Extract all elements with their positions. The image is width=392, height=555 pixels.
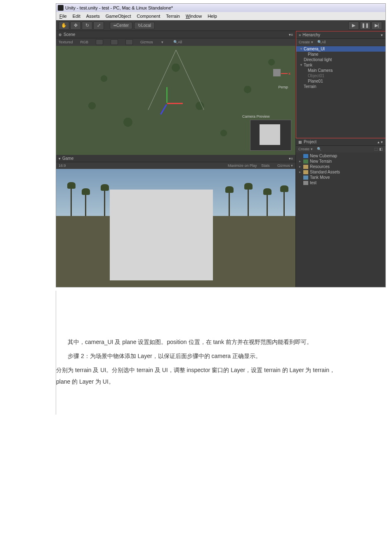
tree-render bbox=[229, 191, 230, 216]
menu-window[interactable]: Window bbox=[186, 14, 202, 19]
hierarchy-item-object01[interactable]: Object01 bbox=[296, 73, 385, 78]
camera-preview: Camera Preview bbox=[250, 120, 291, 151]
camera-preview-render bbox=[260, 124, 280, 145]
game-tab-label: Game bbox=[62, 156, 73, 161]
project-list: New Cubemap ▸New Terrain ▸Resources ▸Sta… bbox=[296, 152, 385, 287]
project-item-new-terrain[interactable]: ▸New Terrain bbox=[296, 159, 385, 164]
tab-menu-icon[interactable]: ▾≡ bbox=[289, 33, 293, 37]
hand-tool-button[interactable]: ✋ bbox=[59, 21, 69, 30]
tree-render bbox=[283, 190, 285, 216]
main-toolbar: ✋ ✥ ↻ ⤢ ▪▪ Center ↻ Local ▶ ❚❚ ▶| bbox=[56, 20, 385, 31]
left-column: ⊕ Scene ▾≡ Textured RGB Gizmos ▾ 🔍All bbox=[56, 31, 295, 287]
right-column: ≡ Hierarchy ▾ Create ▾ 🔍All ▼Camera_UI P… bbox=[295, 31, 385, 287]
gizmo-y-axis[interactable] bbox=[166, 87, 168, 103]
scene-gizmos-dropdown[interactable]: Gizmos ▾ bbox=[140, 40, 163, 44]
game-gizmos-dropdown[interactable]: Gizmos ▾ bbox=[274, 164, 293, 168]
menu-gameobject[interactable]: GameObject bbox=[106, 14, 131, 19]
tree-render bbox=[85, 193, 86, 216]
orientation-gizmo[interactable]: x bbox=[267, 62, 287, 83]
hierarchy-item-tank[interactable]: ▼Tank bbox=[296, 62, 385, 68]
tree-render bbox=[248, 188, 249, 216]
scene-tab-label: Scene bbox=[64, 32, 75, 37]
folder-icon bbox=[303, 165, 308, 169]
menu-file[interactable]: File bbox=[59, 14, 67, 19]
game-aspect-dropdown[interactable]: 16:9 bbox=[59, 164, 66, 168]
hierarchy-icon: ≡ bbox=[299, 33, 301, 37]
tab-menu-icon[interactable]: ▾ bbox=[381, 33, 383, 37]
move-tool-button[interactable]: ✥ bbox=[70, 21, 81, 30]
scene-file-icon bbox=[303, 181, 308, 185]
game-toolbar: 16:9 Maximize on Play Stats Gizmos ▾ bbox=[56, 162, 295, 169]
scene-shading-mode[interactable]: Textured bbox=[59, 40, 73, 44]
scene-view[interactable]: x Persp Camera Preview bbox=[56, 46, 295, 155]
project-item-new-cubemap[interactable]: New Cubemap bbox=[296, 153, 385, 159]
unity-editor-window: Unity - test.unity - test - PC, Mac & Li… bbox=[56, 3, 386, 287]
scene-2d-toggle[interactable] bbox=[96, 39, 103, 45]
tab-menu-icon[interactable]: ▾≡ bbox=[289, 157, 293, 161]
hierarchy-item-plane01[interactable]: Plane01 bbox=[296, 78, 385, 84]
pause-button[interactable]: ❚❚ bbox=[360, 21, 371, 30]
stats-toggle[interactable]: Stats bbox=[261, 164, 270, 168]
pivot-local-button[interactable]: ↻ Local bbox=[134, 22, 155, 29]
step-button[interactable]: ▶| bbox=[371, 21, 382, 30]
project-view-icons[interactable]: ⬚ ◧ bbox=[374, 147, 383, 151]
scene-icon: ⊕ bbox=[59, 33, 62, 37]
script-icon bbox=[303, 176, 308, 180]
project-tab[interactable]: ▦ Project ▴ ▾ bbox=[296, 138, 385, 146]
pivot-center-button[interactable]: ▪▪ Center bbox=[110, 22, 132, 29]
menu-assets[interactable]: Assets bbox=[86, 14, 100, 19]
game-panel: ▾ Game ▾≡ 16:9 Maximize on Play Stats Gi… bbox=[56, 155, 295, 287]
hierarchy-tab-label: Hierarchy bbox=[302, 33, 320, 37]
hierarchy-list: ▼Camera_UI Plane Directional light ▼Tank… bbox=[296, 45, 385, 138]
hierarchy-toolbar: Create ▾ 🔍All bbox=[296, 39, 385, 45]
scene-audio-toggle[interactable] bbox=[125, 39, 133, 45]
tree-render bbox=[267, 193, 268, 216]
game-tab[interactable]: ▾ Game ▾≡ bbox=[56, 155, 295, 162]
scene-light-toggle[interactable] bbox=[111, 39, 118, 45]
hierarchy-item-plane[interactable]: Plane bbox=[296, 52, 385, 57]
tree-render bbox=[71, 187, 72, 216]
article-p1: 其中，camera_UI 及 plane 设置如图。position 位置，在 … bbox=[56, 336, 336, 348]
menu-terrain[interactable]: Terrain bbox=[166, 14, 180, 19]
project-icon: ▦ bbox=[298, 140, 302, 144]
scene-render-mode[interactable]: RGB bbox=[80, 40, 89, 44]
project-item-tank-move[interactable]: Tank Move bbox=[296, 175, 385, 180]
gizmo-x-label: x bbox=[288, 71, 290, 76]
project-tab-label: Project bbox=[304, 140, 316, 144]
hierarchy-tab[interactable]: ≡ Hierarchy ▾ bbox=[296, 31, 385, 39]
project-item-test[interactable]: test bbox=[296, 180, 385, 185]
game-icon: ▾ bbox=[59, 157, 61, 161]
game-view bbox=[56, 169, 295, 287]
scene-tab[interactable]: ⊕ Scene ▾≡ bbox=[56, 31, 295, 38]
hierarchy-item-terrain[interactable]: Terrain bbox=[296, 84, 385, 89]
menu-component[interactable]: Component bbox=[137, 14, 160, 19]
scale-tool-button[interactable]: ⤢ bbox=[93, 21, 104, 30]
move-gizmo[interactable] bbox=[159, 95, 175, 112]
tab-menu-icon[interactable]: ▴ ▾ bbox=[378, 140, 383, 144]
project-item-standard-assets[interactable]: ▸Standard Assets bbox=[296, 169, 385, 175]
cubemap-icon bbox=[303, 154, 308, 158]
window-title: Unity - test.unity - test - PC, Mac & Li… bbox=[65, 5, 173, 10]
rotate-tool-button[interactable]: ↻ bbox=[82, 21, 92, 30]
hierarchy-item-camera-ui[interactable]: ▼Camera_UI bbox=[296, 46, 385, 52]
project-panel: ▦ Project ▴ ▾ Create ▾ 🔍 ⬚ ◧ New Cubemap… bbox=[296, 138, 385, 287]
maximize-on-play-toggle[interactable]: Maximize on Play bbox=[228, 164, 257, 168]
hierarchy-create-dropdown[interactable]: Create ▾ bbox=[299, 40, 313, 44]
hierarchy-item-directional-light[interactable]: Directional light bbox=[296, 57, 385, 62]
project-item-resources[interactable]: ▸Resources bbox=[296, 164, 385, 169]
menu-help[interactable]: Help bbox=[208, 14, 217, 19]
projection-label[interactable]: Persp bbox=[278, 85, 288, 89]
play-button[interactable]: ▶ bbox=[348, 21, 359, 30]
folder-icon bbox=[303, 170, 308, 174]
gizmo-x-axis[interactable] bbox=[167, 103, 183, 104]
menu-edit[interactable]: Edit bbox=[73, 14, 80, 19]
unity-logo-icon bbox=[58, 5, 64, 11]
hierarchy-search[interactable]: 🔍All bbox=[317, 40, 326, 44]
scene-search[interactable]: 🔍All bbox=[173, 40, 182, 44]
project-create-dropdown[interactable]: Create ▾ bbox=[298, 147, 313, 151]
project-search[interactable]: 🔍 bbox=[317, 147, 321, 151]
terrain-icon bbox=[303, 159, 308, 164]
gizmo-cube-icon[interactable] bbox=[273, 69, 281, 76]
hierarchy-item-main-camera[interactable]: Main Camera bbox=[296, 68, 385, 73]
article-p3: 分别为 terrain 及 UI。分别选中 terrain 及 UI，调整 in… bbox=[56, 364, 336, 387]
